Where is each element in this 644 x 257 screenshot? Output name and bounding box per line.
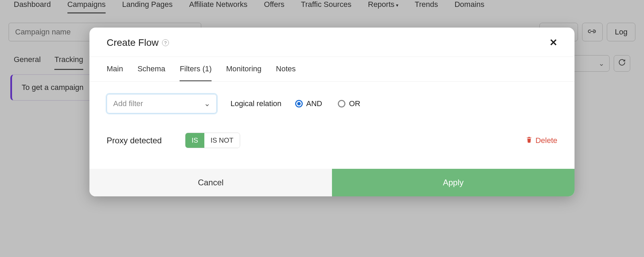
filter-controls-row: Add filter ⌄ Logical relation AND OR: [107, 94, 557, 113]
logical-relation-radiogroup: AND OR: [295, 99, 360, 108]
filter-name-label: Proxy detected: [107, 136, 175, 145]
create-flow-modal: Create Flow ? ✕ Main Schema Filters (1) …: [89, 28, 575, 196]
delete-label: Delete: [535, 136, 557, 145]
modal-tabs: Main Schema Filters (1) Monitoring Notes: [89, 57, 575, 82]
add-filter-placeholder: Add filter: [113, 99, 143, 108]
radio-icon: [295, 100, 303, 107]
tab-schema[interactable]: Schema: [138, 64, 165, 81]
toggle-is-not[interactable]: IS NOT: [204, 133, 240, 148]
cancel-button[interactable]: Cancel: [89, 169, 332, 196]
radio-and-label: AND: [306, 99, 322, 108]
modal-footer: Cancel Apply: [89, 169, 575, 196]
radio-or[interactable]: OR: [338, 99, 360, 108]
delete-filter-button[interactable]: Delete: [526, 136, 557, 145]
tab-main[interactable]: Main: [107, 64, 123, 81]
chevron-down-icon: ⌄: [204, 99, 210, 108]
radio-icon: [338, 100, 345, 107]
tab-filters[interactable]: Filters (1): [180, 64, 212, 81]
toggle-is[interactable]: IS: [185, 133, 204, 148]
help-icon[interactable]: ?: [162, 39, 169, 46]
radio-and[interactable]: AND: [295, 99, 322, 108]
modal-body: Add filter ⌄ Logical relation AND OR P: [89, 82, 575, 169]
apply-button[interactable]: Apply: [332, 169, 575, 196]
tab-notes[interactable]: Notes: [276, 64, 296, 81]
is-isnot-toggle: IS IS NOT: [185, 133, 240, 148]
radio-or-label: OR: [349, 99, 360, 108]
modal-title: Create Flow: [107, 37, 159, 48]
modal-header: Create Flow ? ✕: [89, 28, 575, 57]
filter-item-row: Proxy detected IS IS NOT Delete: [107, 133, 557, 148]
logical-relation-label: Logical relation: [230, 99, 281, 108]
tab-monitoring[interactable]: Monitoring: [226, 64, 261, 81]
add-filter-dropdown[interactable]: Add filter ⌄: [107, 94, 217, 113]
trash-icon: [526, 136, 533, 145]
close-button[interactable]: ✕: [549, 38, 557, 48]
